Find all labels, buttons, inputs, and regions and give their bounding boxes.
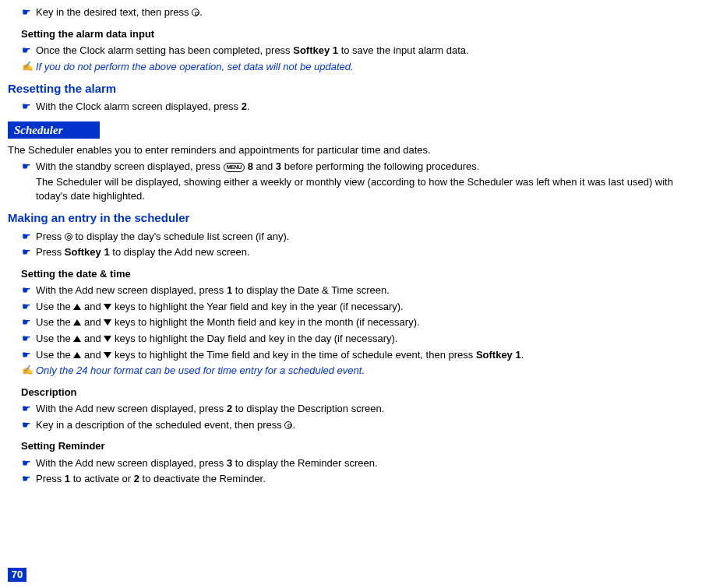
instruction-month: Use the and keys to highlight the Month … (8, 315, 701, 329)
text: Use the (36, 349, 73, 361)
text: to activate or (70, 473, 134, 484)
text: Press (36, 473, 65, 484)
ok-icon (192, 9, 199, 16)
text: and (81, 316, 104, 328)
text: Press (36, 231, 65, 242)
ok-icon (65, 233, 72, 241)
text: Key in a description of the scheduled ev… (36, 419, 284, 431)
text: to display the Date & Time screen. (232, 284, 390, 296)
menu-icon: MENU (224, 163, 245, 172)
text: to display the day's schedule list scree… (72, 231, 290, 242)
instruction-open-reminder: With the Add new screen displayed, press… (8, 456, 701, 470)
scheduler-view-note: The Scheduler will be displayed, showing… (8, 175, 701, 202)
key-label: 3 (276, 160, 281, 172)
note-24-hour: Only the 24 hour format can be used for … (8, 364, 701, 378)
text: . (292, 419, 295, 431)
text: to display the Description screen. (232, 403, 384, 414)
key-label: 1 (65, 473, 70, 484)
text: to display the Add new screen. (110, 246, 250, 258)
text: and (81, 333, 104, 344)
heading-setting-alarm-data: Setting the alarm data input (8, 27, 701, 41)
text: . (247, 100, 250, 112)
instruction-time: Use the and keys to highlight the Time f… (8, 348, 701, 362)
text: . (199, 6, 203, 18)
down-arrow-icon (104, 304, 111, 310)
key-label: 8 (248, 160, 253, 172)
instruction-key-description: Key in a description of the scheduled ev… (8, 418, 701, 432)
note-not-updated: If you do not perform the above operatio… (8, 60, 701, 74)
text: With the Add new screen displayed, press (36, 284, 227, 296)
instruction-open-datetime: With the Add new screen displayed, press… (8, 283, 701, 298)
text: . (521, 349, 524, 361)
heading-setting-reminder: Setting Reminder (8, 439, 701, 453)
instruction-display-day: Press to display the day's schedule list… (8, 230, 701, 244)
down-arrow-icon (104, 352, 111, 358)
text: Use the (36, 301, 73, 312)
up-arrow-icon (73, 336, 81, 342)
instruction-reset-alarm: With the Clock alarm screen displayed, p… (8, 100, 701, 114)
text: With the standby screen displayed, press (36, 160, 224, 172)
ok-icon (284, 421, 292, 429)
text: keys to highlight the Time field and key… (111, 349, 476, 361)
instruction-year: Use the and keys to highlight the Year f… (8, 300, 701, 314)
scheduler-intro: The Scheduler enables you to enter remin… (8, 143, 701, 157)
heading-description: Description (8, 386, 701, 400)
text: keys to highlight the Year field and key… (111, 301, 403, 312)
text: to display the Reminder screen. (232, 457, 377, 469)
instruction-day: Use the and keys to highlight the Day fi… (8, 332, 701, 346)
down-arrow-icon (104, 336, 111, 342)
key-label: 2 (134, 473, 139, 484)
text: keys to highlight the Month field and ke… (111, 316, 419, 328)
text: Once the Clock alarm setting has been co… (36, 44, 293, 56)
heading-resetting-alarm: Resetting the alarm (8, 81, 701, 97)
text: Press (36, 246, 65, 258)
text: before performing the following procedur… (281, 160, 479, 172)
up-arrow-icon (73, 352, 81, 358)
text: With the Add new screen displayed, press (36, 403, 227, 414)
text: With the Clock alarm screen displayed, p… (36, 100, 242, 112)
up-arrow-icon (73, 304, 81, 310)
instruction-save-alarm: Once the Clock alarm setting has been co… (8, 44, 701, 58)
instruction-open-scheduler: With the standby screen displayed, press… (8, 160, 701, 174)
instruction-open-description: With the Add new screen displayed, press… (8, 402, 701, 416)
text: and (81, 349, 104, 361)
text: Key in the desired text, then press (36, 6, 192, 18)
text: Use the (36, 316, 73, 328)
key-label: 2 (242, 100, 247, 112)
text: Use the (36, 333, 73, 344)
softkey-label: Softkey 1 (65, 246, 110, 258)
softkey-label: Softkey 1 (476, 349, 521, 361)
instruction-activate-reminder: Press 1 to activate or 2 to deactivate t… (8, 472, 701, 486)
text: to save the input alarm data. (338, 44, 469, 56)
heading-date-time: Setting the date & time (8, 267, 701, 281)
section-scheduler: Scheduler (8, 121, 100, 139)
text: keys to highlight the Day field and key … (111, 333, 397, 344)
text: and (253, 160, 276, 172)
text: to deactivate the Reminder. (139, 473, 266, 484)
down-arrow-icon (104, 319, 111, 326)
text: With the Add new screen displayed, press (36, 457, 227, 469)
up-arrow-icon (73, 319, 81, 326)
heading-making-entry: Making an entry in the scheduler (8, 210, 701, 226)
text: and (81, 301, 104, 312)
instruction-add-new: Press Softkey 1 to display the Add new s… (8, 245, 701, 259)
softkey-label: Softkey 1 (293, 44, 338, 56)
page-number: 70 (8, 568, 26, 582)
instruction-key-text: Key in the desired text, then press . (8, 5, 701, 19)
